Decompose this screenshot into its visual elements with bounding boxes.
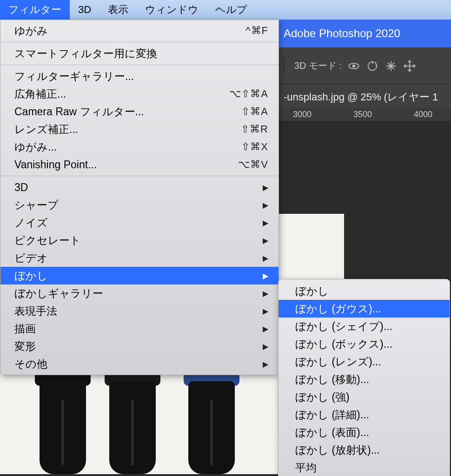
submenu-arrow-icon: ▶	[263, 183, 268, 192]
submenu-item[interactable]: ぼかし	[279, 282, 450, 300]
menu-item[interactable]: 変形▶	[0, 337, 279, 355]
menu-separator	[0, 65, 279, 65]
menu-filter[interactable]: フィルター	[0, 0, 70, 20]
menu-item-label: 描画	[14, 322, 36, 336]
menu-item[interactable]: 表現手法▶	[0, 302, 279, 320]
menu-item[interactable]: ゆがみ^⌘F	[0, 22, 279, 40]
submenu-arrow-icon: ▶	[263, 254, 268, 263]
menu-item-label: 変形	[14, 339, 36, 354]
submenu-arrow-icon: ▶	[263, 307, 268, 316]
menu-item[interactable]: Vanishing Point...⌥⌘V	[0, 156, 279, 173]
menu-separator	[0, 176, 279, 176]
orbit-icon[interactable]	[347, 60, 360, 73]
menu-item-shortcut: ⌥⌘V	[238, 159, 268, 171]
submenu-arrow-icon: ▶	[263, 201, 268, 210]
menu-item-label: ピクセレート	[14, 233, 81, 248]
submenu-item-label: ぼかし (強)	[295, 390, 350, 404]
menu-item-label: 表現手法	[14, 304, 57, 318]
submenu-item[interactable]: 平均	[279, 459, 450, 476]
menubar: フィルター 3D 表示 ウィンドウ ヘルプ	[0, 0, 451, 20]
menu-view-label: 表示	[108, 3, 128, 17]
menu-item-label: レンズ補正...	[14, 122, 78, 137]
menu-3d-label: 3D	[78, 4, 91, 16]
menu-item-label: ぼかし	[14, 269, 48, 283]
submenu-arrow-icon: ▶	[263, 324, 268, 333]
submenu-item[interactable]: ぼかし (詳細)...	[279, 406, 450, 423]
submenu-item-label: ぼかし	[295, 284, 329, 298]
submenu-item-label: ぼかし (ボックス)...	[295, 337, 392, 351]
menu-item[interactable]: フィルターギャラリー...	[0, 67, 279, 85]
submenu-item-label: ぼかし (シェイプ)...	[295, 319, 392, 334]
menu-item-label: ぼかしギャラリー	[14, 286, 103, 301]
menu-filter-label: フィルター	[8, 3, 61, 17]
submenu-item-label: 平均	[295, 461, 317, 475]
menu-item-label: ビデオ	[14, 251, 48, 265]
menu-item[interactable]: ビデオ▶	[0, 249, 279, 267]
submenu-arrow-icon: ▶	[263, 271, 268, 280]
menu-view[interactable]: 表示	[99, 0, 137, 20]
menu-item-label: スマートフィルター用に変換	[14, 46, 157, 61]
submenu-item[interactable]: ぼかし (ガウス)...	[279, 300, 450, 317]
menu-item[interactable]: スマートフィルター用に変換	[0, 45, 279, 62]
menu-item[interactable]: ぼかしギャラリー▶	[0, 284, 279, 302]
menu-item[interactable]: その他▶	[0, 355, 279, 373]
menu-window-label: ウィンドウ	[145, 3, 199, 17]
submenu-item-label: ぼかし (移動)...	[295, 372, 369, 387]
submenu-item-label: ぼかし (詳細)...	[295, 408, 369, 422]
rotate-icon[interactable]	[366, 60, 379, 73]
submenu-item[interactable]: ぼかし (放射状)...	[279, 441, 450, 459]
submenu-item-label: ぼかし (表面)...	[295, 425, 369, 440]
menu-item-label: 3D	[14, 181, 28, 194]
menu-item-shortcut: ⌥⇧⌘A	[229, 88, 268, 100]
submenu-item[interactable]: ぼかし (表面)...	[279, 423, 450, 441]
menu-separator	[0, 42, 279, 42]
menu-item[interactable]: ゆがみ...⇧⌘X	[0, 138, 279, 156]
submenu-arrow-icon: ▶	[263, 236, 268, 245]
menu-help[interactable]: ヘルプ	[207, 0, 256, 20]
submenu-item[interactable]: ぼかし (ボックス)...	[279, 335, 450, 353]
submenu-item-label: ぼかし (ガウス)...	[295, 302, 381, 316]
document-tab-bar: -unsplash.jpg @ 25% (レイヤー 1 3000 3500 40…	[279, 85, 451, 121]
menu-item[interactable]: シャープ▶	[0, 196, 279, 214]
submenu-item-label: ぼかし (放射状)...	[295, 443, 380, 457]
mode-label: 3D モード :	[294, 60, 342, 72]
menu-item[interactable]: ぼかし▶	[0, 267, 279, 284]
menu-item-shortcut: ^⌘F	[245, 25, 268, 37]
menu-item[interactable]: レンズ補正...⇧⌘R	[0, 120, 279, 138]
menu-item-label: Vanishing Point...	[14, 159, 97, 171]
app-title-text: Adobe Photoshop 2020	[284, 27, 400, 40]
menu-3d[interactable]: 3D	[70, 0, 99, 20]
menu-item-shortcut: ⇧⌘A	[241, 106, 268, 118]
submenu-item[interactable]: ぼかし (シェイプ)...	[279, 317, 450, 335]
menu-item-label: 広角補正...	[14, 87, 66, 101]
menu-item-label: ゆがみ...	[14, 140, 57, 154]
ruler: 3000 3500 4000	[279, 108, 451, 121]
menu-item-shortcut: ⇧⌘X	[241, 141, 268, 153]
move-icon[interactable]	[403, 60, 416, 73]
menu-item-label: その他	[14, 357, 47, 371]
menu-item[interactable]: Camera Raw フィルター...⇧⌘A	[0, 103, 279, 120]
menu-item-label: シャープ	[14, 198, 59, 212]
submenu-arrow-icon: ▶	[263, 342, 268, 351]
menu-item[interactable]: ノイズ▶	[0, 214, 279, 231]
submenu-item[interactable]: ぼかし (レンズ)...	[279, 353, 450, 370]
submenu-item[interactable]: ぼかし (移動)...	[279, 370, 450, 388]
submenu-arrow-icon: ▶	[263, 218, 268, 227]
menu-item[interactable]: 3D▶	[0, 178, 279, 196]
menu-item[interactable]: ピクセレート▶	[0, 231, 279, 249]
document-tab[interactable]: -unsplash.jpg @ 25% (レイヤー 1	[279, 85, 451, 104]
svg-point-1	[353, 65, 355, 67]
menu-help-label: ヘルプ	[215, 3, 247, 17]
menu-item[interactable]: 描画▶	[0, 320, 279, 337]
submenu-item[interactable]: ぼかし (強)	[279, 388, 450, 406]
menu-item-shortcut: ⇧⌘R	[241, 123, 268, 135]
menu-window[interactable]: ウィンドウ	[137, 0, 207, 20]
submenu-item-label: ぼかし (レンズ)...	[295, 355, 381, 369]
menu-item-label: ノイズ	[14, 216, 48, 230]
pan-icon[interactable]	[385, 60, 398, 73]
menu-item-label: フィルターギャラリー...	[14, 69, 134, 84]
menu-item-label: Camera Raw フィルター...	[14, 105, 144, 119]
menu-item-label: ゆがみ	[14, 24, 48, 38]
ruler-tick: 3000	[293, 110, 312, 119]
menu-item[interactable]: 広角補正...⌥⇧⌘A	[0, 85, 279, 103]
